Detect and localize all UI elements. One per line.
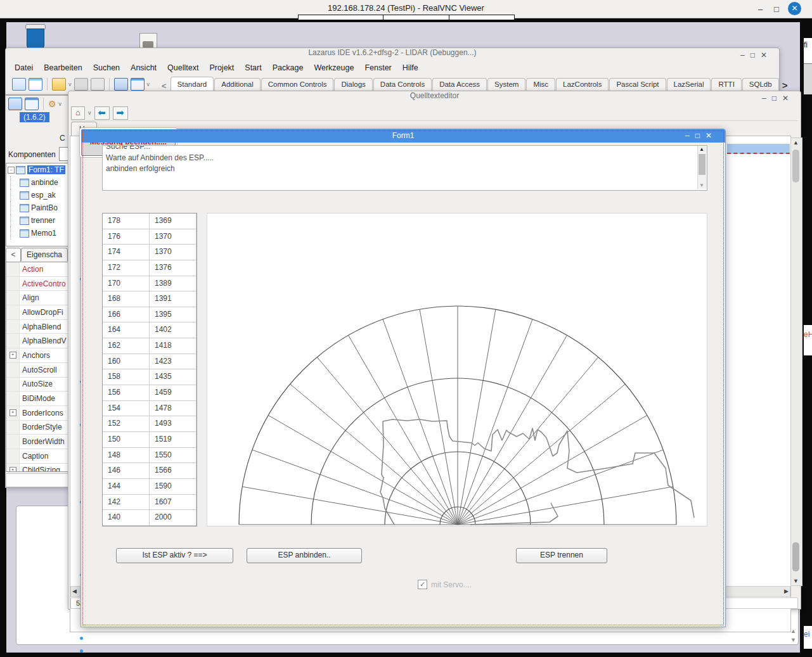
menu-item-hilfe[interactable]: Hilfe [403,63,418,75]
palette-tab-common-controls[interactable]: Common Controls [261,78,334,91]
property-row-activecontro[interactable]: ActiveContro [6,277,68,291]
palette-scroll-right-icon[interactable]: > [782,80,788,91]
menu-item-bearbeiten[interactable]: Bearbeiten [44,63,82,75]
show-units-icon[interactable] [114,78,128,91]
close-icon[interactable]: ✕ [761,51,773,60]
property-value-row[interactable] [6,473,69,487]
property-row-anchors[interactable]: +Anchors [6,348,68,363]
tree-item-form1-tf[interactable]: -Form1: TF [6,163,68,176]
menu-item-start[interactable]: Start [245,63,261,75]
save-all-icon[interactable] [91,78,105,91]
property-row-autosize[interactable]: AutoSize [6,378,68,392]
open-folder-icon[interactable] [52,78,66,91]
oi-form-icon[interactable] [25,98,39,110]
vnc-minimize-button[interactable]: – [758,4,763,14]
palette-tab-sqldb[interactable]: SQLdb [742,78,779,91]
mit-servo-checkbox[interactable]: ✓ mit Servo.... [418,580,472,589]
palette-tab-misc[interactable]: Misc [526,78,555,91]
expand-icon[interactable]: + [10,409,16,416]
maximize-icon[interactable]: □ [772,94,782,103]
property-row-alphablendv[interactable]: AlphaBlendV [6,334,68,348]
scroll-left-icon[interactable]: ◀ [72,588,77,594]
new-unit-icon[interactable] [12,78,26,91]
gear-dropdown-icon[interactable]: v [59,101,62,107]
scroll-down-icon[interactable]: ▼ [792,578,800,584]
home-dropdown-icon[interactable]: v [88,110,91,116]
menu-item-package[interactable]: Package [273,63,304,75]
back-button[interactable]: < [6,248,21,263]
palette-scroll-left-icon[interactable]: < [162,81,167,91]
property-row-bidimode[interactable]: BiDiMode [6,392,68,406]
open-dropdown-icon[interactable]: v [68,81,72,87]
property-row-borderstyle[interactable]: BorderStyle [6,421,68,435]
menu-item-werkzeuge[interactable]: Werkzeuge [314,63,354,75]
esp-trennen-button[interactable]: ESP trennen [516,548,607,563]
expand-icon[interactable]: + [10,352,16,359]
navigate-back-icon[interactable]: ⬅ [94,106,110,120]
property-row-action[interactable]: Action [6,262,68,277]
palette-tab-data-access[interactable]: Data Access [432,78,487,91]
property-name: AutoSize [20,380,53,388]
menu-item-suchen[interactable]: Suchen [93,63,120,75]
navigate-forward-icon[interactable]: ➡ [113,106,128,120]
vnc-maximize-button[interactable]: □ [774,4,779,14]
tree-item-esp-ak[interactable]: esp_ak [6,189,68,201]
property-row-caption[interactable]: Caption [6,449,68,464]
scroll-right-icon[interactable]: ▶ [784,588,789,594]
save-icon[interactable] [74,78,88,91]
scrollbar-thumb[interactable] [792,542,799,571]
oi-doc-icon[interactable] [8,98,22,110]
tree-expand-icon[interactable]: - [8,167,15,174]
messung-beenden-button[interactable]: Messung beenden..... [81,129,176,156]
menu-item-datei[interactable]: Datei [15,63,33,75]
gear-icon[interactable]: ⚙ [48,99,56,109]
palette-tab-pascal-script[interactable]: Pascal Script [609,78,666,91]
source-editor-window-buttons[interactable]: –□✕ [762,94,794,103]
minimize-icon[interactable]: – [762,94,772,103]
expand-icon[interactable]: + [10,467,16,472]
minimize-icon[interactable]: – [740,51,751,60]
lazarus-main-window: Lazarus IDE v1.6.2+dfsg-2 - LIDAR (Debug… [5,48,780,95]
new-form-icon[interactable] [29,78,42,91]
show-forms-icon[interactable] [131,78,145,91]
menu-item-quelltext[interactable]: Quelltext [167,63,198,75]
tab-eigenschaften[interactable]: Eigenscha [21,248,68,261]
scroll-up-icon[interactable]: ▲ [792,139,800,146]
property-row-childsizing[interactable]: +ChildSizing [6,464,68,472]
property-row-allowdropfi[interactable]: AllowDropFi [6,305,68,320]
property-row-bordericons[interactable]: +BorderIcons [6,406,68,421]
property-row-borderwidth[interactable]: BorderWidth [6,435,68,449]
property-row-autoscroll[interactable]: AutoScroll [6,363,68,378]
lazarus-window-buttons[interactable]: –□✕ [740,51,773,60]
forms-dropdown-icon[interactable]: v [147,81,150,87]
palette-tab-dialogs[interactable]: Dialogs [334,78,372,91]
tree-item-trenner[interactable]: trenner [6,214,68,227]
tree-item-memo1[interactable]: Memo1 [6,227,68,239]
palette-tab-lazserial[interactable]: LazSerial [667,78,711,91]
palette-tab-lazcontrols[interactable]: LazControls [556,78,609,91]
scroll-up-icon[interactable]: ▲ [790,628,796,634]
palette-tab-standard[interactable]: Standard [171,77,214,91]
menu-item-fenster[interactable]: Fenster [364,63,391,75]
property-row-alphablend[interactable]: AlphaBlend [6,320,68,335]
close-icon[interactable]: ✕ [782,94,794,103]
palette-tab-additional[interactable]: Additional [214,78,261,91]
tree-indent [10,227,20,239]
tree-item-paintbo[interactable]: PaintBo [6,201,68,214]
property-row-align[interactable]: Align [6,291,68,305]
palette-tab-data-controls[interactable]: Data Controls [373,78,432,91]
scroll-down-icon[interactable]: ▼ [790,637,796,643]
trash-icon[interactable] [24,24,46,48]
checkbox-check-icon[interactable]: ✓ [418,580,427,589]
tree-item-anbinde[interactable]: anbinde [6,176,68,189]
palette-tab-rtti[interactable]: RTTI [711,78,741,91]
menu-item-projekt[interactable]: Projekt [209,63,234,75]
scrollbar-thumb[interactable] [792,150,799,182]
editor-vertical-scrollbar[interactable]: ▲ ▼ [790,137,802,586]
palette-tab-system[interactable]: System [487,78,525,91]
menu-item-ansicht[interactable]: Ansicht [131,63,157,75]
tree-indent [10,176,20,189]
maximize-icon[interactable]: □ [751,51,761,60]
vnc-close-button[interactable]: ✕ [788,2,801,15]
home-icon[interactable]: ⌂ [71,106,85,120]
